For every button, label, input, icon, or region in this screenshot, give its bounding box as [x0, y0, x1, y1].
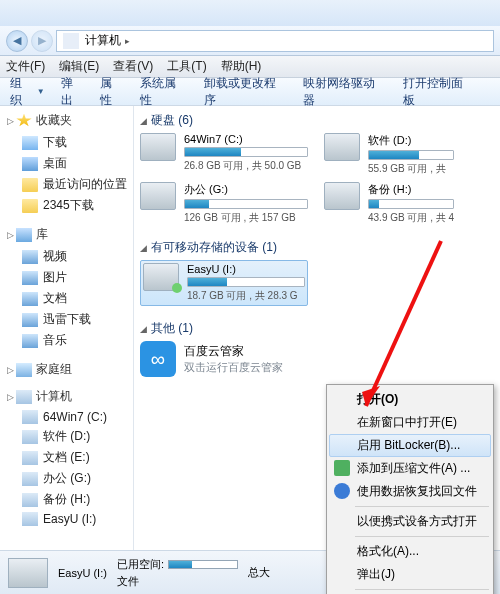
drive-item[interactable]: 备份 (H:) 43.9 GB 可用 , 共 49	[324, 182, 454, 225]
baidu-cloud-icon: ∞	[140, 341, 176, 377]
ctx-eject[interactable]: 弹出(J)	[329, 563, 491, 586]
drive-item-selected[interactable]: EasyU (I:) 18.7 GB 可用 , 共 28.3 G	[140, 260, 308, 306]
ctx-enable-bitlocker[interactable]: 启用 BitLocker(B)...	[329, 434, 491, 457]
status-total: 总大	[248, 565, 270, 580]
sidebar-libraries-head[interactable]: ▷库	[4, 226, 129, 243]
drive-name: 64Win7 (C:)	[184, 133, 308, 145]
toolbar-uninstall[interactable]: 卸载或更改程序	[204, 75, 287, 109]
disk-icon	[22, 430, 38, 444]
menu-view[interactable]: 查看(V)	[113, 58, 153, 75]
sidebar-item[interactable]: 音乐	[4, 330, 129, 351]
toolbar-sysprops[interactable]: 系统属性	[140, 75, 188, 109]
other-sub: 双击运行百度云管家	[184, 360, 283, 375]
usb-disk-icon	[143, 263, 179, 291]
toolbar-properties[interactable]: 属性	[100, 75, 124, 109]
address-crumb-arrow-icon: ▸	[125, 36, 130, 46]
computer-icon	[16, 390, 32, 404]
sidebar-computer-head[interactable]: ▷计算机	[4, 388, 129, 405]
usage-bar	[184, 199, 308, 209]
recover-icon	[334, 483, 350, 499]
forward-button[interactable]: ▶	[31, 30, 53, 52]
sidebar-item[interactable]: 最近访问的位置	[4, 174, 129, 195]
drive-name: 办公 (G:)	[184, 182, 308, 197]
sidebar-item[interactable]: 2345下载	[4, 195, 129, 216]
disk-icon	[22, 472, 38, 486]
disk-icon	[22, 410, 38, 424]
usage-bar	[187, 277, 305, 287]
section-removable[interactable]: ◢有可移动存储的设备 (1)	[140, 239, 500, 256]
address-text: 计算机	[85, 32, 121, 49]
sidebar-item[interactable]: 文档 (E:)	[4, 447, 129, 468]
disk-icon	[324, 133, 360, 161]
sidebar-item[interactable]: 下载	[4, 132, 129, 153]
sidebar-libraries: ▷库 视频 图片 文档 迅雷下载 音乐	[4, 226, 129, 351]
disk-icon	[140, 182, 176, 210]
toolbar-organize[interactable]: 组织▼	[10, 75, 45, 109]
disk-icon	[324, 182, 360, 210]
status-fs: 文件	[117, 574, 238, 589]
menu-edit[interactable]: 编辑(E)	[59, 58, 99, 75]
sidebar-item[interactable]: 视频	[4, 246, 129, 267]
ctx-add-archive[interactable]: 添加到压缩文件(A) ...	[329, 457, 491, 480]
sidebar-item[interactable]: 备份 (H:)	[4, 489, 129, 510]
sidebar-item[interactable]: 办公 (G:)	[4, 468, 129, 489]
back-button[interactable]: ◀	[6, 30, 28, 52]
thunder-icon	[22, 313, 38, 327]
titlebar	[0, 0, 500, 26]
sidebar-homegroup-head[interactable]: ▷家庭组	[4, 361, 129, 378]
ctx-open[interactable]: 打开(O)	[329, 388, 491, 411]
status-name: EasyU (I:)	[58, 567, 107, 579]
drive-stat: 55.9 GB 可用 , 共	[368, 162, 454, 176]
sidebar-computer: ▷计算机 64Win7 (C:) 软件 (D:) 文档 (E:) 办公 (G:)…	[4, 388, 129, 528]
drive-stat: 126 GB 可用 , 共 157 GB	[184, 211, 308, 225]
sidebar-item[interactable]: EasyU (I:)	[4, 510, 129, 528]
usb-icon	[22, 512, 38, 526]
drive-stat: 26.8 GB 可用 , 共 50.0 GB	[184, 159, 308, 173]
sidebar-favorites-head[interactable]: ▷收藏夹	[4, 112, 129, 129]
ctx-separator	[355, 589, 489, 590]
sidebar-item[interactable]: 图片	[4, 267, 129, 288]
drive-item[interactable]: 软件 (D:) 55.9 GB 可用 , 共	[324, 133, 454, 176]
main-area: ▷收藏夹 下载 桌面 最近访问的位置 2345下载 ▷库 视频 图片 文档 迅雷…	[0, 106, 500, 594]
ctx-format[interactable]: 格式化(A)...	[329, 540, 491, 563]
toolbar-mapnet[interactable]: 映射网络驱动器	[303, 75, 386, 109]
menu-file[interactable]: 文件(F)	[6, 58, 45, 75]
sidebar-item[interactable]: 迅雷下载	[4, 309, 129, 330]
address-bar[interactable]: 计算机 ▸	[56, 30, 494, 52]
section-other[interactable]: ◢其他 (1)	[140, 320, 500, 337]
drive-name: EasyU (I:)	[187, 263, 305, 275]
drive-name: 软件 (D:)	[368, 133, 454, 148]
ctx-portable-open[interactable]: 以便携式设备方式打开	[329, 510, 491, 533]
sidebar-item[interactable]: 文档	[4, 288, 129, 309]
folder-icon	[22, 199, 38, 213]
music-icon	[22, 334, 38, 348]
disk-icon	[140, 133, 176, 161]
library-icon	[16, 228, 32, 242]
star-icon	[16, 114, 32, 128]
ctx-open-new-window[interactable]: 在新窗口中打开(E)	[329, 411, 491, 434]
sidebar-item[interactable]: 桌面	[4, 153, 129, 174]
drive-item[interactable]: 办公 (G:) 126 GB 可用 , 共 157 GB	[140, 182, 308, 225]
sidebar-item[interactable]: 64Win7 (C:)	[4, 408, 129, 426]
toolbar-eject[interactable]: 弹出	[61, 75, 85, 109]
section-hdd[interactable]: ◢硬盘 (6)	[140, 112, 500, 129]
desktop-icon	[22, 157, 38, 171]
drive-stat: 43.9 GB 可用 , 共 49	[368, 211, 454, 225]
drive-stat: 18.7 GB 可用 , 共 28.3 G	[187, 289, 305, 303]
homegroup-icon	[16, 363, 32, 377]
context-menu: 打开(O) 在新窗口中打开(E) 启用 BitLocker(B)... 添加到压…	[326, 384, 494, 594]
drive-name: 备份 (H:)	[368, 182, 454, 197]
menu-tools[interactable]: 工具(T)	[167, 58, 206, 75]
other-item[interactable]: ∞ 百度云管家 双击运行百度云管家	[134, 341, 500, 377]
status-disk-icon	[8, 558, 48, 588]
nav-bar: ◀ ▶ 计算机 ▸	[0, 26, 500, 56]
archive-icon	[334, 460, 350, 476]
menu-help[interactable]: 帮助(H)	[221, 58, 262, 75]
drive-item[interactable]: 64Win7 (C:) 26.8 GB 可用 , 共 50.0 GB	[140, 133, 308, 176]
ctx-data-recover[interactable]: 使用数据恢复找回文件	[329, 480, 491, 503]
status-used: 已用空间:	[117, 557, 238, 572]
sidebar-item[interactable]: 软件 (D:)	[4, 426, 129, 447]
toolbar-cpanel[interactable]: 打开控制面板	[403, 75, 474, 109]
content-pane: ◢硬盘 (6) 64Win7 (C:) 26.8 GB 可用 , 共 50.0 …	[134, 106, 500, 594]
disk-icon	[22, 493, 38, 507]
